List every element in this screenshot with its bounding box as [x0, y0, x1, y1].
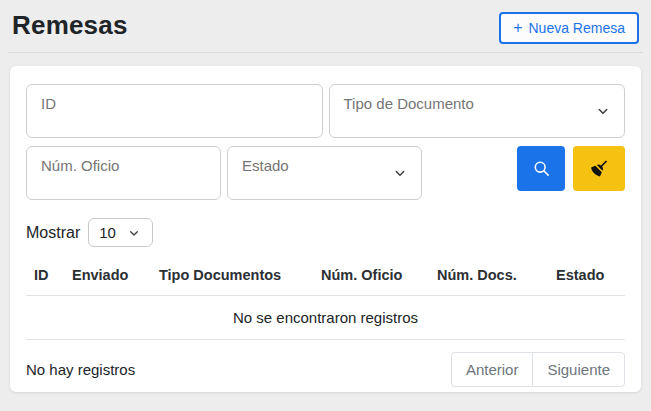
broom-icon — [589, 158, 610, 179]
table-header-row: ID Enviado Tipo Documentos Núm. Oficio N… — [26, 263, 625, 296]
new-remesa-button-label: Nueva Remesa — [529, 20, 626, 36]
page-size-select[interactable]: 10 — [88, 218, 153, 247]
chevron-down-icon — [391, 164, 409, 182]
column-header-tipo-documentos: Tipo Documentos — [159, 267, 321, 283]
table-empty-message: No se encontraron registros — [26, 296, 625, 340]
tipo-documento-label: Tipo de Documento — [344, 95, 474, 112]
chevron-down-icon — [594, 102, 612, 120]
next-page-button[interactable]: Siguiente — [532, 352, 625, 387]
records-status-text: No hay registros — [26, 361, 135, 378]
filter-row-2: Estado — [26, 146, 625, 200]
previous-page-button[interactable]: Anterior — [451, 352, 533, 387]
show-label: Mostrar — [26, 224, 80, 242]
list-controls: Mostrar 10 — [26, 218, 625, 247]
header-divider — [8, 52, 643, 53]
search-button[interactable] — [517, 146, 565, 191]
new-remesa-button[interactable]: + Nueva Remesa — [499, 12, 639, 44]
column-header-id: ID — [34, 267, 72, 283]
remesas-card: Tipo de Documento Estado — [10, 66, 641, 392]
column-header-estado: Estado — [556, 267, 625, 283]
column-header-num-docs: Núm. Docs. — [437, 267, 556, 283]
page-header: Remesas + Nueva Remesa — [0, 0, 651, 52]
chevron-down-icon — [126, 225, 142, 241]
filter-actions — [517, 146, 625, 200]
num-oficio-field-wrapper — [26, 146, 221, 200]
column-header-num-oficio: Núm. Oficio — [321, 267, 437, 283]
num-oficio-input[interactable] — [27, 147, 220, 199]
id-field-wrapper — [26, 84, 323, 138]
page-title: Remesas — [12, 10, 128, 41]
page-size-value: 10 — [99, 224, 116, 241]
column-header-enviado: Enviado — [72, 267, 159, 283]
pagination: Anterior Siguiente — [451, 352, 625, 387]
estado-label: Estado — [242, 157, 289, 174]
table-footer: No hay registros Anterior Siguiente — [26, 352, 625, 387]
estado-select[interactable]: Estado — [227, 146, 422, 200]
clear-filters-button[interactable] — [573, 146, 625, 191]
remesas-table: ID Enviado Tipo Documentos Núm. Oficio N… — [26, 263, 625, 340]
plus-icon: + — [513, 20, 522, 36]
id-input[interactable] — [27, 85, 322, 137]
tipo-documento-select[interactable]: Tipo de Documento — [329, 84, 626, 138]
search-icon — [531, 158, 552, 179]
filter-row-1: Tipo de Documento — [26, 84, 625, 138]
